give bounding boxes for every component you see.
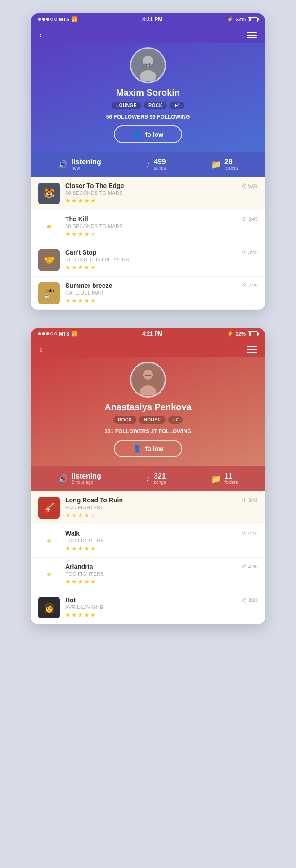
- listening-value-2: listening: [72, 473, 101, 480]
- stat-text-folders-1: 28 folders: [224, 158, 238, 170]
- status-left-2: MTS 📶: [38, 331, 78, 337]
- star: ★: [65, 612, 71, 618]
- song-artist-1-2: 30 SECONDS TO MARS: [65, 224, 258, 229]
- tag-rock-2: ROCK: [113, 416, 136, 424]
- song-item-1-2[interactable]: The Kill 30 SECONDS TO MARS ★ ★ ★ ★ ★ ⏱3…: [31, 210, 265, 243]
- wifi-icon-1: 📶: [71, 16, 78, 22]
- following-label-2: FOLLOWING: [158, 428, 191, 434]
- song-duration-2-2: ⏱4:16: [242, 531, 258, 536]
- battery-fill-1: [249, 18, 251, 21]
- song-title-1-3: Can't Stop: [65, 249, 258, 256]
- avatar-1: dribl: [130, 47, 166, 83]
- avatar-svg-2: [132, 364, 164, 395]
- song-list-2: 🎸 Long Road To Ruin FOO FIGHTERS ★ ★ ★ ★…: [31, 491, 265, 624]
- star: ★: [65, 197, 71, 204]
- nav-header-2: ‹: [31, 340, 265, 357]
- song-item-2-3[interactable]: Arlandria FOO FIGHTERS ★ ★ ★ ★ ★ ⏱4:30: [31, 558, 265, 591]
- follow-button-1[interactable]: 👤 follow: [114, 125, 182, 143]
- signal-dot: [38, 332, 41, 335]
- song-info-2-4: Hot AVRIL LAVIGNE ★ ★ ★ ★ ★: [65, 596, 258, 618]
- song-artist-2-2: FOO FIGHTERS: [65, 538, 258, 543]
- star: ★: [78, 231, 83, 237]
- speaker-icon-2: 🔊: [58, 474, 68, 484]
- song-info-1-3: Can't Stop RED HOT CHILI PEPPERS ★ ★ ★ ★…: [65, 249, 258, 271]
- clock-icon: ⏱: [242, 250, 247, 255]
- song-item-1-4[interactable]: Cafe☕ Summer breeze CAFE DEL MAR ★ ★ ★ ★…: [31, 277, 265, 310]
- battery-fill-2: [249, 332, 251, 336]
- avatar-svg-1: dribl: [132, 49, 164, 81]
- song-title-2-3: Arlandria: [65, 563, 258, 570]
- song-item-2-1[interactable]: 🎸 Long Road To Ruin FOO FIGHTERS ★ ★ ★ ★…: [31, 491, 265, 524]
- thumb-placeholder-1-4: Cafe☕: [38, 282, 60, 304]
- star-empty: ★: [90, 512, 96, 519]
- signal-dot-empty: [50, 18, 53, 21]
- signal-dot: [38, 18, 41, 21]
- song-info-2-1: Long Road To Ruin FOO FIGHTERS ★ ★ ★ ★ ★: [65, 497, 258, 519]
- menu-button-2[interactable]: [247, 346, 257, 353]
- music-icon-2: ♪: [146, 474, 150, 483]
- back-button-1[interactable]: ‹: [39, 30, 42, 40]
- star: ★: [72, 297, 77, 304]
- following-count-1: 99: [149, 114, 155, 120]
- song-no-thumb-2-2: [38, 530, 60, 552]
- song-item-2-2[interactable]: Walk FOO FIGHTERS ★ ★ ★ ★ ★ ⏱4:16: [31, 524, 265, 558]
- star: ★: [72, 231, 77, 237]
- star: ★: [72, 578, 77, 585]
- follow-btn-label-1: follow: [145, 131, 163, 138]
- stats-bar-2: 🔊 listening 2 hour ago ♪ 321 songs 📁 11 …: [31, 466, 265, 491]
- profile-section-1: dribl Maxim Sorokin LOUNGE ROCK +4 56 FO…: [31, 43, 265, 152]
- follow-button-2[interactable]: 👤 follow: [114, 440, 182, 457]
- dot-marker-1-2: [47, 225, 51, 228]
- stat-text-songs-1: 499 songs: [154, 158, 166, 170]
- song-duration-2-4: ⏱3:23: [242, 597, 258, 603]
- clock-icon: ⏱: [242, 283, 247, 288]
- song-artist-2-4: AVRIL LAVIGNE: [65, 604, 258, 610]
- avatar-image-2: [131, 363, 165, 396]
- music-icon-1: ♪: [146, 160, 150, 169]
- follow-stats-2: 331 FOLLOWERS 27 FOLLOWING: [104, 428, 191, 434]
- song-list-1: 🐯 Closer To The Edge 30 SECONDS TO MARS …: [31, 177, 265, 310]
- menu-line: [247, 352, 257, 353]
- menu-button-1[interactable]: [247, 32, 257, 38]
- thumb-placeholder-2-4: 👩: [38, 597, 60, 618]
- follow-stats-1: 56 FOLLOWERS 99 FOLLOWING: [106, 114, 190, 120]
- tag-house-2: HOUSE: [139, 416, 165, 424]
- avatar-image-1: dribl: [131, 49, 165, 82]
- folders-value-1: 28: [224, 158, 238, 166]
- star: ★: [78, 612, 83, 618]
- stat-folders-2: 📁 11 folders: [211, 473, 238, 485]
- song-title-1-4: Summer breeze: [65, 282, 258, 289]
- avatar-2: [130, 362, 166, 398]
- star: ★: [78, 512, 83, 519]
- song-line-1-2: [49, 216, 49, 237]
- status-time-2: 4:21 PM: [142, 331, 162, 337]
- star: ★: [72, 545, 77, 552]
- song-info-2-2: Walk FOO FIGHTERS ★ ★ ★ ★ ★: [65, 530, 258, 552]
- stat-listening-2: 🔊 listening 2 hour ago: [58, 473, 101, 485]
- stat-songs-1: ♪ 499 songs: [146, 158, 166, 170]
- clock-icon: ⏱: [242, 183, 247, 188]
- folders-label-1: folders: [224, 166, 238, 170]
- battery-pct-2: 22%: [236, 331, 246, 336]
- song-duration-1-2: ⏱3:45: [242, 216, 258, 222]
- song-duration-2-3: ⏱4:30: [242, 564, 258, 569]
- song-artist-1-3: RED HOT CHILI PEPPERS: [65, 257, 258, 262]
- back-button-2[interactable]: ‹: [39, 344, 42, 354]
- song-title-1-2: The Kill: [65, 215, 258, 223]
- menu-line: [247, 349, 257, 350]
- song-item-1-1[interactable]: 🐯 Closer To The Edge 30 SECONDS TO MARS …: [31, 177, 265, 210]
- song-item-1-3[interactable]: 🤝 Can't Stop RED HOT CHILI PEPPERS ★ ★ ★…: [31, 243, 265, 277]
- song-thumb-1-1: 🐯: [38, 183, 60, 204]
- songs-value-2: 321: [154, 473, 166, 480]
- signal-dot-empty: [50, 332, 53, 335]
- star: ★: [65, 297, 71, 304]
- signal-dot: [42, 332, 45, 335]
- song-item-2-4[interactable]: 👩 Hot AVRIL LAVIGNE ★ ★ ★ ★ ★ ⏱3:23: [31, 591, 265, 624]
- bluetooth-icon-2: ⚡: [227, 331, 233, 337]
- tag-more-1: +4: [170, 102, 184, 109]
- menu-line: [247, 35, 257, 36]
- song-stars-2-2: ★ ★ ★ ★ ★: [65, 545, 258, 552]
- stat-text-2: listening 2 hour ago: [72, 473, 101, 485]
- clock-icon: ⏱: [242, 531, 247, 536]
- profile-tags-1: LOUNGE ROCK +4: [112, 102, 184, 109]
